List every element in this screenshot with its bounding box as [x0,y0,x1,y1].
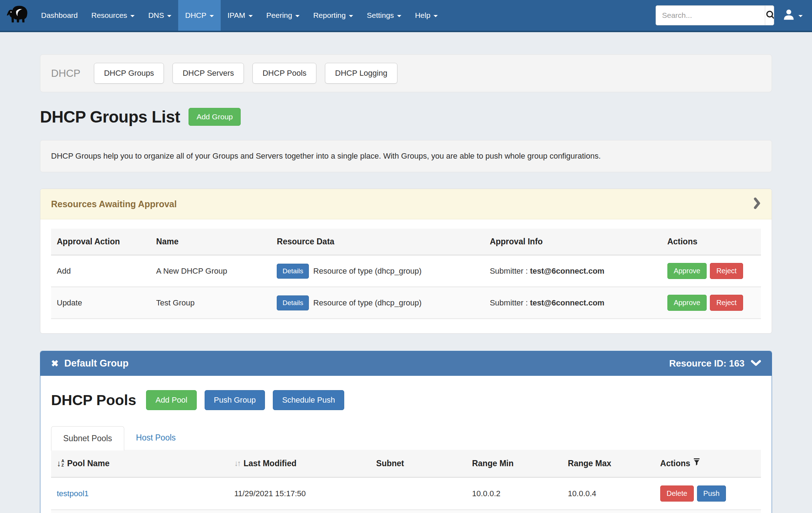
page-title: DHCP Groups List [40,107,180,126]
nav-item-dns[interactable]: DNS [141,0,178,31]
approval-panel-header[interactable]: Resources Awaiting Approval [40,189,772,219]
approve-button[interactable]: Approve [667,295,707,311]
push-button[interactable]: Push [697,485,726,502]
pool-range-min: 12.0.0.0 [466,510,562,513]
approval-panel-title: Resources Awaiting Approval [51,199,177,209]
pool-range-min: 10.0.0.2 [466,477,562,510]
mammoth-icon [5,4,29,27]
pools-table: ↓ AZ Pool Name ↓↑ Last Modified [51,450,761,513]
pools-table-header: ↓ AZ Pool Name ↓↑ Last Modified [51,450,761,477]
group-panel-header: ✖ Default Group Resource ID: 163 [40,351,772,376]
nav-item-ipam[interactable]: IPAM [221,0,260,31]
nav-item-dhcp[interactable]: DHCP [178,0,221,31]
pool-name-link[interactable]: testpool1 [57,489,89,498]
sort-updown-icon[interactable]: ↓↑ [234,459,240,468]
submitter-email: test@6connect.com [530,298,605,307]
tab-dhcp-servers[interactable]: DHCP Servers [172,63,244,84]
nav-item-settings[interactable]: Settings [360,0,408,31]
pool-row: testpool1 11/29/2021 15:17:50 10.0.0.2 1… [51,477,761,510]
caret-down-icon [295,15,300,17]
nav-menu: Dashboard Resources DNS DHCP IPAM Peerin… [34,0,445,31]
caret-down-icon [167,15,171,17]
close-icon[interactable]: ✖ [51,359,59,368]
description-panel: DHCP Groups help you to organize all of … [40,140,772,172]
add-group-button[interactable]: Add Group [189,108,241,126]
col-range-max: Range Max [562,450,654,477]
approval-panel-body: Approval Action Name Resource Data Appro… [40,219,772,333]
dhcp-subnav: DHCP DHCP Groups DHCP Servers DHCP Pools… [40,54,772,92]
title-row: DHCP Groups List Add Group [40,107,772,126]
col-actions: Actions [660,459,690,468]
caret-down-icon [249,15,253,17]
pool-row: testpool2 08/07/2021 19:35:17 12.0.0.0 1… [51,510,761,513]
col-approval-info: Approval Info [484,229,662,255]
pool-range-max: 10.0.0.4 [562,477,654,510]
resource-data-text: Resource of type (dhcp_group) [313,267,421,276]
nav-item-help[interactable]: Help [408,0,445,31]
col-range-min: Range Min [466,450,562,477]
reject-button[interactable]: Reject [710,263,743,279]
sort-alpha-down-icon[interactable]: ↓ AZ [57,458,64,468]
section-title: DHCP Pools [51,392,136,409]
subnav-label: DHCP [51,68,80,79]
col-name: Name [150,229,271,255]
reject-button[interactable]: Reject [710,295,743,311]
submitter-label: Submitter : [490,298,528,307]
resource-data-text: Resource of type (dhcp_group) [313,298,421,308]
pool-modified: 08/07/2021 19:35:17 [229,510,371,513]
filter-icon[interactable] [693,458,700,468]
col-subnet: Subnet [371,450,466,477]
navbar-right [656,0,812,31]
chevron-right-icon[interactable] [753,198,761,210]
schedule-push-button[interactable]: Schedule Push [273,390,344,410]
col-actions: Actions [662,229,761,255]
pool-modified: 11/29/2021 15:17:50 [229,477,371,510]
search-icon [765,10,774,21]
group-title: Default Group [64,358,129,369]
user-menu[interactable] [782,8,803,23]
add-pool-button[interactable]: Add Pool [146,390,196,410]
tab-host-pools[interactable]: Host Pools [124,426,187,450]
pool-range-max: 12.0.0.3 [562,510,654,513]
tab-subnet-pools[interactable]: Subnet Pools [51,426,124,450]
tab-dhcp-groups[interactable]: DHCP Groups [94,63,164,84]
push-group-button[interactable]: Push Group [205,390,265,410]
caret-down-icon [798,15,803,17]
col-last-modified[interactable]: Last Modified [244,459,296,468]
approval-panel: Resources Awaiting Approval Approval Act… [40,189,772,334]
submitter-label: Submitter : [490,267,528,275]
submitter-email: test@6connect.com [530,267,605,275]
approval-row: Update Test Group Details Resource of ty… [51,287,761,319]
user-icon [782,8,796,23]
resource-id-label: Resource ID: 163 [669,358,745,369]
details-button[interactable]: Details [277,295,309,310]
nav-item-peering[interactable]: Peering [260,0,306,31]
search-input[interactable] [656,6,765,25]
delete-button[interactable]: Delete [660,485,694,502]
caret-down-icon [130,15,135,17]
col-approval-action: Approval Action [51,229,150,255]
top-navbar: Dashboard Resources DNS DHCP IPAM Peerin… [0,0,812,32]
search-button[interactable] [765,6,774,25]
approval-table: Approval Action Name Resource Data Appro… [51,229,761,319]
nav-item-dashboard[interactable]: Dashboard [34,0,85,31]
nav-item-resources[interactable]: Resources [85,0,141,31]
pool-subnet [371,477,466,510]
approval-name: Test Group [150,287,271,319]
tab-dhcp-pools[interactable]: DHCP Pools [252,63,316,84]
col-pool-name[interactable]: Pool Name [67,459,110,468]
group-header-right[interactable]: Resource ID: 163 [669,358,761,369]
caret-down-icon [397,15,401,17]
pools-tabs: Subnet Pools Host Pools [51,426,761,450]
approve-button[interactable]: Approve [667,263,707,279]
details-button[interactable]: Details [277,264,309,279]
approval-action: Add [51,255,150,287]
caret-down-icon [433,15,438,17]
chevron-down-icon[interactable] [751,358,761,369]
tab-dhcp-logging[interactable]: DHCP Logging [325,63,397,84]
search-group [656,5,774,25]
pool-subnet [371,510,466,513]
nav-item-reporting[interactable]: Reporting [306,0,360,31]
brand-logo[interactable] [0,0,34,31]
default-group-panel: ✖ Default Group Resource ID: 163 DHCP Po… [40,351,772,513]
